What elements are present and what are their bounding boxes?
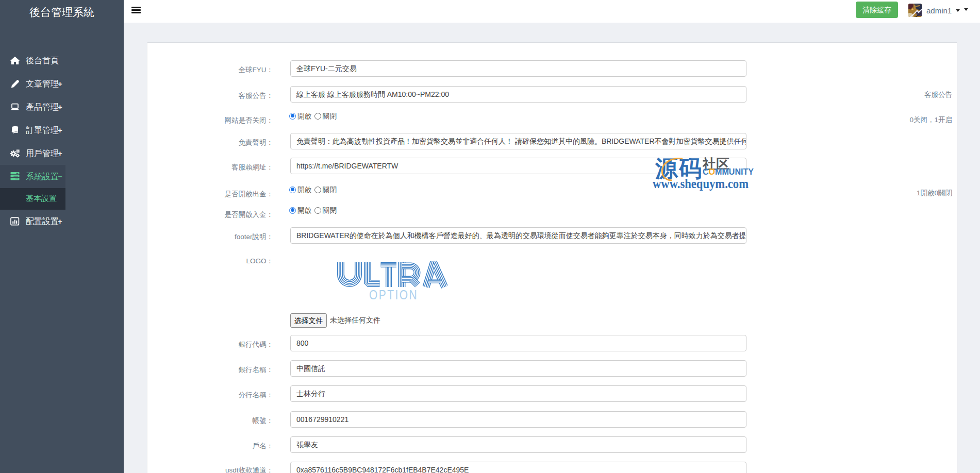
- svg-text:OPTION: OPTION: [369, 287, 418, 301]
- svg-text:COMMUNITY: COMMUNITY: [703, 167, 754, 176]
- svg-text:www.shequym.com: www.shequym.com: [653, 176, 749, 191]
